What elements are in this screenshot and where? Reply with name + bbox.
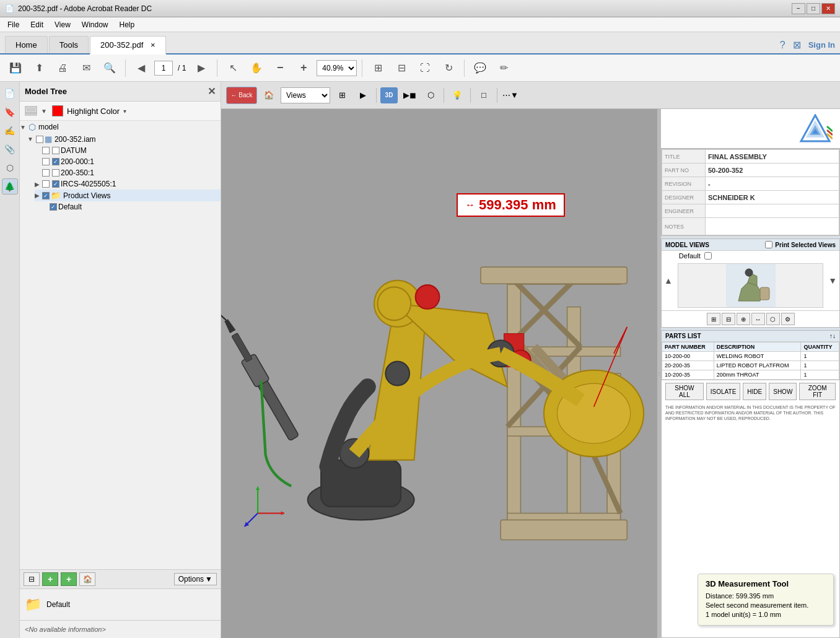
pl-show-all-btn[interactable]: SHOW ALL: [665, 383, 704, 400]
search-button[interactable]: 🔍: [99, 58, 120, 79]
parts-row-3[interactable]: 10-200-35 200mm THROAT 1: [662, 370, 839, 380]
mvp-btn-1[interactable]: ⊞: [707, 313, 720, 325]
mvp-print-checkbox[interactable]: [765, 241, 772, 248]
tree-checkbox-product-views[interactable]: ✓: [42, 192, 50, 199]
tree-checkbox-ircs-2[interactable]: ✓: [52, 180, 59, 188]
mvp-btn-4[interactable]: ↔: [751, 313, 765, 325]
tree-checkbox-200-000[interactable]: [42, 158, 50, 165]
tree-checkbox-200-350[interactable]: [42, 169, 50, 177]
tree-checkbox-ircs[interactable]: [42, 180, 50, 188]
save-button[interactable]: 💾: [5, 58, 26, 79]
mvp-nav-down[interactable]: ▼: [828, 276, 837, 286]
tree-checkbox-datum[interactable]: [42, 147, 50, 154]
mvp-nav-up[interactable]: ▲: [664, 276, 673, 286]
fit-width-button[interactable]: ⊟: [391, 58, 412, 79]
tree-item-product-views[interactable]: ▶ ✓ 📁 Product Views: [35, 190, 221, 201]
select-tool-button[interactable]: ↖: [222, 58, 243, 79]
sidebar-icon-new[interactable]: 📄: [2, 85, 18, 102]
pdf-tb-layout-btn[interactable]: ⊞: [333, 87, 351, 104]
pl-isolate-btn[interactable]: ISOLATE: [706, 383, 741, 400]
rotate-button[interactable]: ↻: [438, 58, 459, 79]
tree-item-200-350[interactable]: ▶ 200-350:1: [35, 167, 221, 178]
tab-tools[interactable]: Tools: [49, 36, 89, 53]
zoom-out-button[interactable]: −: [269, 58, 291, 79]
full-screen-button[interactable]: ⛶: [414, 58, 435, 79]
sidebar-icon-model-tree[interactable]: 🌲: [2, 178, 18, 194]
highlight-button[interactable]: ✏: [493, 58, 514, 79]
menu-view[interactable]: View: [50, 19, 76, 30]
pdf-tb-play-btn[interactable]: ▶: [354, 87, 372, 104]
pdf-tb-more-btn[interactable]: ⋯▼: [501, 87, 520, 104]
pl-show-btn[interactable]: SHOW: [769, 383, 797, 400]
tab-home[interactable]: Home: [5, 36, 48, 53]
mvp-default-checkbox[interactable]: [704, 252, 712, 260]
resize-handle[interactable]: ⋮: [657, 109, 661, 638]
sidebar-icon-bookmark[interactable]: 🔖: [2, 104, 18, 120]
tree-checkbox-200-000-2[interactable]: ✓: [52, 158, 59, 165]
close-button[interactable]: ✕: [821, 3, 835, 14]
tree-item-model[interactable]: ▼ ⬡ model: [20, 121, 221, 133]
pdf-tb-rect-btn[interactable]: □: [475, 87, 493, 104]
highlight-menu-icon[interactable]: [25, 106, 37, 116]
prev-page-button[interactable]: ◀: [131, 58, 152, 79]
mvp-btn-6[interactable]: ⚙: [781, 313, 795, 325]
menu-file[interactable]: File: [2, 19, 24, 30]
tab-pdf[interactable]: 200-352.pdf ×: [90, 36, 166, 55]
panel-close-button[interactable]: ✕: [208, 85, 216, 97]
3d-model-canvas[interactable]: [221, 109, 660, 638]
bl-add-btn-1[interactable]: +: [42, 572, 58, 586]
print-button[interactable]: 🖨: [52, 58, 73, 79]
pan-tool-button[interactable]: ✋: [246, 58, 267, 79]
parts-list-sort[interactable]: ↑↓: [829, 333, 836, 339]
bl-add-btn-2[interactable]: +: [61, 572, 77, 586]
zoom-select[interactable]: 40.9% 50% 75% 100% 150%: [317, 60, 357, 76]
parts-row-1[interactable]: 10-200-00 WELDING ROBOT 1: [662, 352, 839, 361]
mvp-thumbnail[interactable]: [678, 263, 823, 308]
sign-in-button[interactable]: Sign In: [808, 40, 835, 50]
send-icon[interactable]: ⊠: [793, 39, 801, 51]
minimize-button[interactable]: −: [792, 3, 805, 14]
views-select[interactable]: Views Default Front Top: [281, 87, 330, 103]
fit-page-button[interactable]: ⊞: [367, 58, 388, 79]
sidebar-icon-layers[interactable]: ⬡: [2, 160, 18, 176]
sidebar-icon-attach[interactable]: 📎: [2, 141, 18, 157]
tree-item-ircs[interactable]: ▶ ✓ IRCS-4025505:1: [35, 178, 221, 190]
pdf-tb-home-btn[interactable]: 🏠: [260, 87, 278, 104]
pdf-tb-color-btn[interactable]: ▶◼: [400, 87, 419, 104]
pl-hide-btn[interactable]: HIDE: [743, 383, 766, 400]
parts-row-2[interactable]: 20-200-35 LIPTED ROBOT PLATFROM 1: [662, 361, 839, 370]
options-dropdown[interactable]: Options ▼: [174, 573, 217, 585]
maximize-button[interactable]: □: [807, 3, 820, 14]
email-button[interactable]: ✉: [76, 58, 97, 79]
tab-close-icon[interactable]: ×: [151, 40, 155, 50]
tree-checkbox-default[interactable]: ✓: [50, 203, 57, 211]
tree-checkbox-datum-2[interactable]: [52, 147, 59, 154]
menu-window[interactable]: Window: [77, 19, 113, 30]
mvp-btn-3[interactable]: ⊕: [737, 313, 750, 325]
next-page-button[interactable]: ▶: [191, 58, 212, 79]
highlight-dropdown-arrow[interactable]: ▾: [123, 108, 126, 115]
menu-edit[interactable]: Edit: [25, 19, 48, 30]
tree-checkbox-200-350-2[interactable]: [52, 169, 59, 177]
tree-expand-200-352[interactable]: ▼: [27, 136, 33, 142]
upload-button[interactable]: ⬆: [28, 58, 50, 79]
mvp-btn-2[interactable]: ⊟: [722, 313, 735, 325]
tree-checkbox-200-352[interactable]: [36, 136, 43, 143]
comment-button[interactable]: 💬: [470, 58, 491, 79]
tree-item-200-000[interactable]: ▶ ✓ 200-000:1: [35, 156, 221, 167]
mvp-btn-5[interactable]: ⬡: [766, 313, 780, 325]
tree-expand-product-views[interactable]: ▶: [35, 192, 40, 199]
bl-icon-btn-1[interactable]: ⊟: [24, 572, 40, 586]
pdf-tb-cube-btn[interactable]: ⬡: [421, 87, 440, 104]
bl-home-btn[interactable]: 🏠: [79, 572, 95, 586]
pdf-tb-back-btn[interactable]: ← Back: [226, 87, 257, 104]
tree-item-default[interactable]: ▶ ✓ Default: [42, 201, 221, 212]
pdf-tb-light-btn[interactable]: 💡: [448, 87, 466, 104]
sidebar-icon-sign[interactable]: ✍: [2, 123, 18, 139]
pdf-tb-3d-btn-1[interactable]: 3D: [380, 87, 398, 103]
zoom-in-button[interactable]: +: [293, 58, 314, 79]
tree-item-200-352[interactable]: ▼ ▦ 200-352.iam: [27, 133, 221, 145]
pl-zoom-fit-btn[interactable]: ZOOM FIT: [799, 383, 836, 400]
page-number-input[interactable]: [154, 61, 173, 76]
tree-expand-model[interactable]: ▼: [20, 124, 26, 131]
